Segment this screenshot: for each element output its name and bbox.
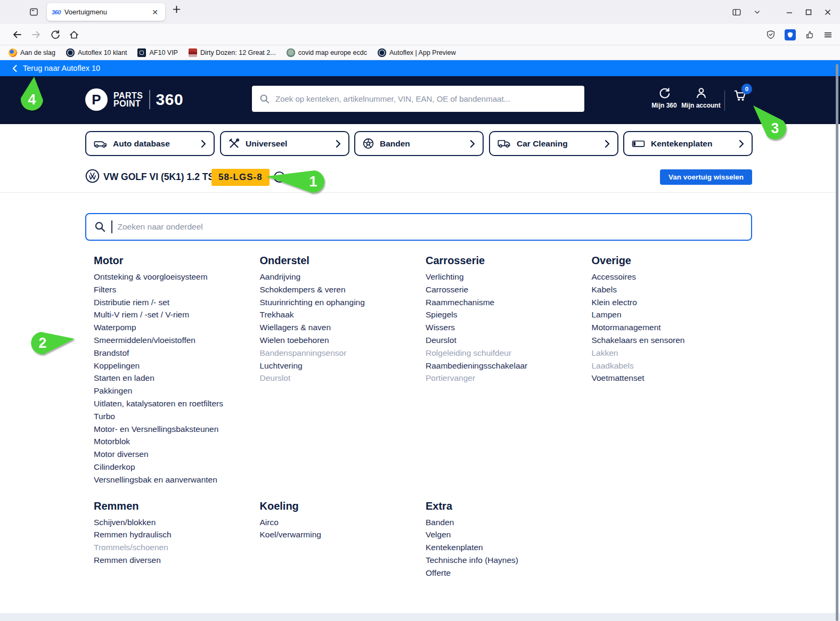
- back-button[interactable]: [12, 29, 22, 40]
- bookmark-dirty-dozen[interactable]: Dirty Dozen: 12 Great 2...: [189, 48, 276, 57]
- category-item[interactable]: Motormanagement: [592, 321, 758, 334]
- nav-universeel-button[interactable]: Universeel: [220, 131, 349, 156]
- license-plate-badge[interactable]: 58-LGS-8: [211, 169, 270, 186]
- category-item[interactable]: Raammechanisme: [426, 296, 592, 309]
- bookmark-autoflex-klant[interactable]: Autoflex 10 klant: [66, 48, 127, 57]
- category-item[interactable]: Smeermiddelen/vloeistoffen: [94, 334, 260, 347]
- category-item[interactable]: Koppelingen: [94, 359, 260, 372]
- permissions-shield-icon[interactable]: [766, 30, 776, 39]
- nav-banden-button[interactable]: Banden: [354, 131, 484, 156]
- category-item[interactable]: Raambedieningsschakelaar: [426, 359, 592, 372]
- category-item[interactable]: Klein electro: [592, 296, 758, 309]
- category-item[interactable]: Remmen hydraulisch: [94, 528, 260, 541]
- category-item[interactable]: Offerte: [426, 567, 592, 579]
- bookmark-covid-map[interactable]: covid map europe ecdc: [287, 48, 367, 57]
- category-item[interactable]: Wielen toebehoren: [260, 334, 426, 347]
- category-title: Carrosserie: [426, 255, 592, 267]
- category-item[interactable]: Spiegels: [426, 308, 592, 321]
- mijn-360-button[interactable]: Mijn 360: [644, 87, 684, 109]
- category-item[interactable]: Stuurinrichting en ophanging: [260, 296, 426, 309]
- category-item[interactable]: Luchtvering: [260, 359, 426, 372]
- category-item[interactable]: Trekhaak: [260, 308, 426, 321]
- category-item[interactable]: Kentekenplaten: [426, 541, 592, 554]
- category-item[interactable]: Motor- en Versnellingsbaksteunen: [94, 423, 260, 436]
- category-item[interactable]: Waterpomp: [94, 321, 260, 334]
- back-to-autoflex-banner[interactable]: Terug naar Autoflex 10: [0, 60, 840, 76]
- category-item[interactable]: Uitlaten, katalysatoren en roetfilters: [94, 397, 260, 410]
- ublock-shield-icon[interactable]: [785, 29, 796, 40]
- section-divider: [0, 192, 835, 193]
- af10-icon: [137, 48, 146, 57]
- vehicle-search-bar[interactable]: [252, 86, 584, 112]
- cart-button[interactable]: 0: [733, 88, 747, 102]
- window-close-button[interactable]: [824, 9, 831, 16]
- bookmark-af10-vip[interactable]: AF10 VIP: [137, 48, 178, 57]
- category-item[interactable]: Multi-V riem / -set / V-riem: [94, 308, 260, 321]
- category-item[interactable]: Turbo: [94, 410, 260, 423]
- list-tabs-chevron-icon[interactable]: [753, 8, 761, 16]
- category-item[interactable]: Ontsteking & voorgloeisysteem: [94, 271, 260, 283]
- category-item[interactable]: Motor diversen: [94, 448, 260, 461]
- category-item[interactable]: Wiellagers & naven: [260, 321, 426, 334]
- nav-kentekenplaten-button[interactable]: Kentekenplaten: [623, 131, 753, 156]
- category-title: Overige: [592, 255, 758, 267]
- info-icon[interactable]: [274, 171, 285, 183]
- part-search-input[interactable]: [118, 222, 744, 232]
- logo-divider: [149, 90, 150, 109]
- category-item[interactable]: Pakkingen: [94, 385, 260, 397]
- category-item[interactable]: Airco: [260, 516, 426, 529]
- nav-auto-database-button[interactable]: Auto database: [85, 131, 215, 156]
- scrollbar-thumb[interactable]: [836, 64, 838, 621]
- category-item[interactable]: Aandrijving: [260, 271, 426, 283]
- category-item[interactable]: Schijven/blokken: [94, 516, 260, 529]
- menu-hamburger-icon[interactable]: [823, 30, 833, 39]
- vehicle-search-input[interactable]: [275, 94, 577, 103]
- part-search-bar[interactable]: [85, 213, 752, 241]
- nav-car-cleaning-button[interactable]: Car Cleaning: [489, 131, 618, 156]
- vehicle-name: VW GOLF VI (5K1) 1.2 TSI: [103, 171, 217, 183]
- category-item[interactable]: Versnellingsbak en aanverwanten: [94, 473, 260, 486]
- catalog-grid: MotorOntsteking & voorgloeisysteemFilter…: [94, 255, 760, 579]
- forward-button: [31, 29, 42, 40]
- category-item[interactable]: Velgen: [426, 528, 592, 541]
- category-item[interactable]: Brandstof: [94, 347, 260, 359]
- category-item[interactable]: Starten en laden: [94, 372, 260, 385]
- browser-tab[interactable]: 360 Voertuigmenu ✕: [47, 3, 165, 21]
- home-icon[interactable]: [69, 29, 79, 40]
- partspoint-logo[interactable]: P PARTSPOINT 360: [85, 88, 183, 111]
- category-item[interactable]: Technische info (Haynes): [426, 554, 592, 567]
- logo-wordmark: PARTSPOINT: [113, 92, 143, 108]
- mijn-account-button[interactable]: Mijn account: [681, 87, 721, 109]
- category-item[interactable]: Verlichting: [426, 271, 592, 283]
- category-item[interactable]: Filters: [94, 283, 260, 296]
- category-item[interactable]: Accessoires: [592, 271, 758, 283]
- category-item[interactable]: Lampen: [592, 308, 758, 321]
- switch-vehicle-button[interactable]: Van voertuig wisselen: [660, 169, 752, 185]
- bookmark-aan-de-slag[interactable]: Aan de slag: [9, 48, 55, 57]
- category-item[interactable]: Kabels: [592, 283, 758, 296]
- sidebar-icon[interactable]: [732, 7, 741, 17]
- category-item[interactable]: Cilinderkop: [94, 461, 260, 473]
- bookmark-autoflex-preview[interactable]: Autoflex | App Preview: [378, 48, 456, 57]
- window-minimize-button[interactable]: [786, 9, 793, 16]
- extension-icon[interactable]: [805, 30, 814, 39]
- category-item[interactable]: Schakelaars en sensoren: [592, 334, 758, 347]
- category-item[interactable]: Wissers: [426, 321, 592, 334]
- text-caret: [111, 220, 112, 233]
- reload-icon[interactable]: [50, 29, 60, 39]
- window-maximize-button[interactable]: [805, 9, 812, 16]
- category-item[interactable]: Banden: [426, 516, 592, 529]
- category-item[interactable]: Deurslot: [426, 334, 592, 347]
- category-item: Lakken: [592, 347, 758, 359]
- category-item[interactable]: Koel/verwarming: [260, 528, 426, 541]
- category-item[interactable]: Voetmattenset: [592, 372, 758, 385]
- firefox-view-icon[interactable]: [28, 6, 39, 18]
- new-tab-button[interactable]: [173, 5, 181, 13]
- category-item[interactable]: Schokdempers & veren: [260, 283, 426, 296]
- category-item[interactable]: Distributie riem /- set: [94, 296, 260, 309]
- category-item[interactable]: Carrosserie: [426, 283, 592, 296]
- category-item[interactable]: Motorblok: [94, 435, 260, 448]
- tab-close-icon[interactable]: ✕: [150, 7, 160, 18]
- chevron-right-icon: [605, 140, 610, 148]
- category-item[interactable]: Remmen diversen: [94, 554, 260, 567]
